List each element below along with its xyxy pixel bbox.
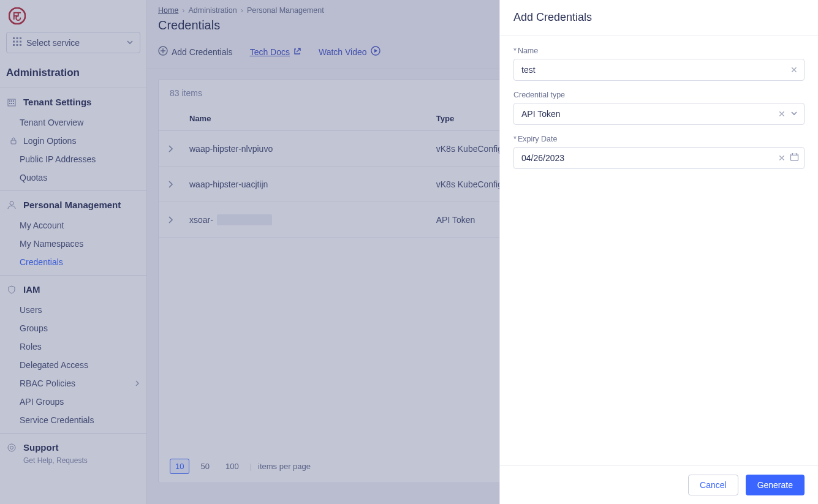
drawer-footer: Cancel Generate xyxy=(500,465,818,504)
drawer-body: *Name ✕ Credential type API Token ✕ *Exp… xyxy=(500,36,818,465)
name-input[interactable] xyxy=(521,65,783,75)
drawer-title: Add Credentials xyxy=(500,0,818,36)
clear-icon[interactable]: ✕ xyxy=(790,65,798,75)
credential-type-value: API Token xyxy=(521,109,561,119)
credential-type-select[interactable]: API Token ✕ xyxy=(513,103,805,125)
label-expiry-text: Expiry Date xyxy=(518,135,558,143)
calendar-icon[interactable] xyxy=(790,152,799,164)
add-credentials-drawer: Add Credentials *Name ✕ Credential type … xyxy=(499,0,818,504)
chevron-down-icon[interactable] xyxy=(790,109,798,119)
name-field[interactable]: ✕ xyxy=(513,59,805,81)
svg-rect-23 xyxy=(791,154,798,161)
clear-icon[interactable]: ✕ xyxy=(778,153,786,163)
label-expiry: *Expiry Date xyxy=(513,135,805,143)
clear-icon[interactable]: ✕ xyxy=(778,109,786,119)
label-credential-type: Credential type xyxy=(513,91,805,99)
expiry-field[interactable]: ✕ xyxy=(513,147,805,169)
expiry-input[interactable] xyxy=(521,153,783,163)
cancel-button[interactable]: Cancel xyxy=(688,475,738,495)
label-name: *Name xyxy=(513,47,805,55)
generate-button[interactable]: Generate xyxy=(746,475,805,495)
label-name-text: Name xyxy=(518,47,538,55)
